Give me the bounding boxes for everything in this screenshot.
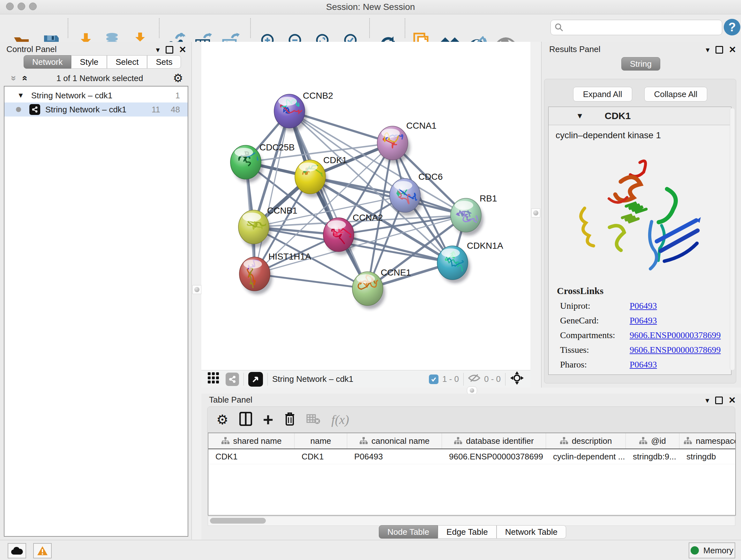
delete-column-icon[interactable]: [284, 412, 295, 428]
shared-column-icon: [639, 437, 647, 445]
panel-maximize-icon[interactable]: [715, 396, 723, 404]
crosslink-link[interactable]: P06493: [630, 360, 657, 370]
horizontal-splitter[interactable]: [201, 388, 741, 394]
delete-table-icon[interactable]: [307, 414, 320, 426]
titlebar: Session: New Session: [0, 0, 741, 14]
toolbar-separator: [68, 18, 68, 38]
left-splitter[interactable]: [192, 42, 201, 540]
table-toolbar: ⚙ + f(x): [207, 407, 735, 433]
right-splitter[interactable]: [530, 42, 541, 388]
protein-card-header[interactable]: ▼ CDK1: [549, 107, 731, 125]
network-node-CDKN1A[interactable]: [437, 246, 468, 280]
crosslink-link[interactable]: P06493: [630, 301, 657, 311]
tab-string[interactable]: String: [621, 57, 660, 71]
protein-name: CDK1: [605, 111, 631, 121]
results-scrollbar[interactable]: [730, 108, 735, 370]
column-header-canonical-name[interactable]: canonical name: [347, 433, 442, 449]
show-columns-icon[interactable]: [239, 412, 252, 427]
tab-sets[interactable]: Sets: [147, 55, 181, 69]
network-options-gear-icon[interactable]: ⚙: [173, 71, 183, 85]
selected-checkbox-icon[interactable]: [429, 374, 439, 384]
network-collection-row[interactable]: ▼ String Network – cdk1 1: [4, 88, 188, 103]
memory-button[interactable]: Memory: [689, 543, 735, 558]
left-splitter-grip[interactable]: [192, 285, 201, 294]
collection-expand-icon[interactable]: ▼: [17, 91, 24, 100]
network-row-selected[interactable]: String Network – cdk1 11 48: [4, 103, 188, 117]
crosslink-label: Pharos:: [560, 360, 630, 370]
column-header-shared-name[interactable]: shared name: [208, 433, 294, 449]
network-node-CDC6[interactable]: [390, 179, 420, 212]
function-builder-icon[interactable]: f(x): [331, 412, 349, 427]
crosslink-link[interactable]: 9606.ENSP00000378699: [630, 330, 721, 340]
tab-network[interactable]: Network: [23, 55, 71, 69]
panel-float-icon[interactable]: ▾: [705, 396, 709, 405]
panel-float-icon[interactable]: ▾: [156, 45, 159, 54]
panel-close-icon[interactable]: ✕: [729, 44, 736, 55]
hidden-eye-icon[interactable]: [468, 373, 480, 385]
table-cell[interactable]: CDK1: [294, 449, 347, 464]
column-header-database-identifier[interactable]: database identifier: [442, 433, 546, 449]
column-header-description[interactable]: description: [546, 433, 626, 449]
table-cell[interactable]: stringdb: [679, 449, 736, 464]
table-options-gear-icon[interactable]: ⚙: [216, 412, 228, 428]
expand-all-button[interactable]: Expand All: [573, 87, 632, 102]
network-node-HIST1H1A[interactable]: [239, 257, 270, 291]
expand-all-networks-icon[interactable]: »: [18, 76, 29, 81]
results-panel: Results Panel ▾ ✕ String Expand All Coll…: [541, 42, 741, 388]
protein-structure-image: [571, 145, 709, 279]
grid-mode-icon[interactable]: [207, 372, 220, 387]
table-hscrollbar-thumb[interactable]: [210, 518, 266, 523]
network-selection-status: 1 of 1 Network selected: [26, 73, 173, 83]
column-header-namespace[interactable]: namespace: [679, 433, 736, 449]
tab-edge-table[interactable]: Edge Table: [438, 525, 496, 539]
right-splitter-grip[interactable]: [531, 208, 540, 217]
network-node-CCNB1[interactable]: [239, 210, 269, 244]
tab-select[interactable]: Select: [107, 55, 147, 69]
network-node-RB1[interactable]: [451, 198, 481, 232]
column-header-label: database identifier: [466, 436, 534, 446]
protein-collapse-icon[interactable]: ▼: [576, 111, 584, 120]
panel-close-icon[interactable]: ✕: [179, 44, 186, 55]
table-cell[interactable]: stringdb:9...: [626, 449, 679, 464]
birds-eye-toggle-icon[interactable]: [510, 371, 524, 387]
crosslinks-list: Uniprot:P06493GeneCard:P06493Compartment…: [549, 301, 731, 370]
panel-close-icon[interactable]: ✕: [729, 395, 736, 406]
tab-node-table[interactable]: Node Table: [379, 525, 438, 539]
network-canvas[interactable]: CCNB2CCNA1CDC25BCDK1CDC6RB1CCNB1CCNA2CDK…: [201, 42, 530, 370]
table-panel-title: Table Panel: [209, 395, 253, 405]
shared-column-icon: [684, 437, 692, 445]
network-node-CCNE1[interactable]: [352, 272, 383, 306]
table-cell[interactable]: CDK1: [208, 449, 294, 464]
cloud-status-icon[interactable]: [8, 543, 26, 558]
table-cell[interactable]: P06493: [347, 449, 442, 464]
panel-maximize-icon[interactable]: [165, 46, 173, 54]
statusbar-separator: [267, 373, 268, 386]
collapse-all-networks-icon[interactable]: »: [9, 76, 19, 81]
warning-icon[interactable]: [33, 543, 52, 558]
column-header--id[interactable]: @id: [626, 433, 679, 449]
network-node-CCNA2[interactable]: [323, 218, 354, 252]
application-window: Session: New Session: [0, 0, 741, 560]
tab-style[interactable]: Style: [71, 55, 107, 69]
table-hscrollbar[interactable]: [208, 516, 735, 526]
node-label-HIST1H1A: HIST1H1A: [268, 252, 311, 261]
memory-status-dot: [690, 546, 699, 555]
table-row[interactable]: CDK1CDK1P064939606.ENSP00000378699cyclin…: [208, 449, 735, 464]
table-cell[interactable]: 9606.ENSP00000378699: [442, 449, 546, 464]
panel-maximize-icon[interactable]: [716, 46, 723, 54]
help-icon[interactable]: ?: [724, 19, 740, 36]
crosslink-link[interactable]: P06493: [630, 315, 657, 326]
add-column-icon[interactable]: +: [263, 413, 273, 426]
detach-view-icon[interactable]: [248, 372, 263, 387]
collapse-all-button[interactable]: Collapse All: [644, 87, 708, 102]
column-header-name[interactable]: name: [294, 433, 347, 449]
crosslink-link[interactable]: 9606.ENSP00000378699: [630, 345, 721, 355]
network-node-CCNB2[interactable]: [274, 94, 305, 128]
network-node-CDC25B[interactable]: [230, 145, 261, 179]
network-view-mode-icon[interactable]: [226, 373, 239, 386]
tab-network-table[interactable]: Network Table: [496, 525, 566, 539]
search-input[interactable]: [567, 22, 718, 33]
network-node-CCNA1[interactable]: [377, 126, 408, 160]
panel-float-icon[interactable]: ▾: [705, 45, 710, 54]
table-cell[interactable]: cyclin-dependent ...: [546, 449, 626, 464]
